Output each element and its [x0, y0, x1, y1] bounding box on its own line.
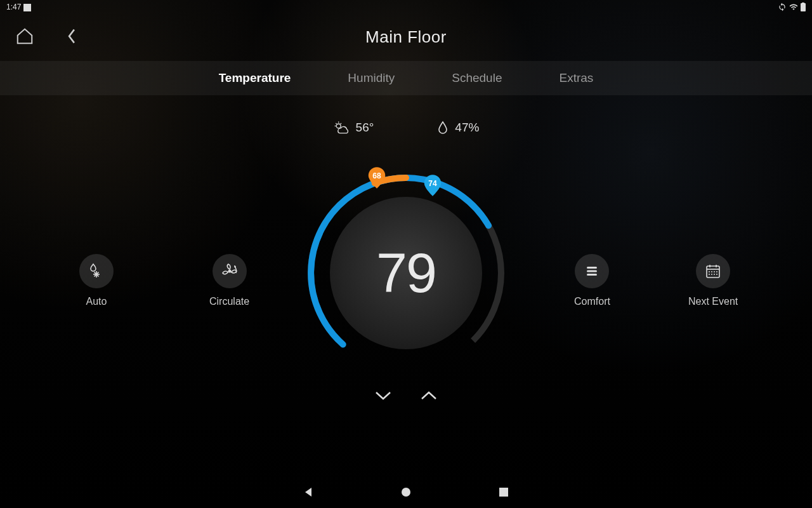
- fan-circulate-icon: [221, 262, 239, 280]
- status-app-icon: [23, 4, 31, 11]
- wifi-icon: [789, 3, 798, 11]
- temp-up-button[interactable]: [418, 385, 440, 406]
- thermostat-dial[interactable]: 79 68 74: [292, 159, 520, 387]
- home-icon: [15, 27, 34, 46]
- android-status-bar: 1:47: [0, 0, 812, 14]
- tab-temperature[interactable]: Temperature: [219, 71, 291, 85]
- next-event-button[interactable]: Next Event: [688, 254, 738, 307]
- android-nav-bar: [0, 476, 812, 508]
- home-button[interactable]: [11, 23, 38, 50]
- svg-point-2: [336, 124, 341, 128]
- circle-home-icon: [400, 486, 412, 498]
- current-temp: 79: [376, 241, 436, 305]
- partly-cloudy-icon: [333, 121, 350, 135]
- mode-button[interactable]: Auto: [79, 254, 114, 307]
- droplet-icon: [437, 121, 449, 135]
- page-title: Main Floor: [365, 27, 447, 47]
- next-event-label: Next Event: [688, 296, 738, 307]
- tab-schedule[interactable]: Schedule: [452, 71, 502, 85]
- fan-label: Circulate: [209, 296, 249, 307]
- tab-humidity[interactable]: Humidity: [348, 71, 395, 85]
- dial-center: 79: [330, 197, 482, 349]
- calendar-icon: [705, 263, 721, 279]
- fan-button[interactable]: Circulate: [209, 254, 249, 307]
- mode-label: Auto: [86, 296, 107, 307]
- outdoor-temp-value: 56°: [356, 121, 374, 135]
- triangle-back-icon: [302, 486, 315, 498]
- svg-rect-15: [587, 274, 597, 276]
- nav-back-button[interactable]: [301, 485, 316, 500]
- clock: 1:47: [6, 3, 31, 11]
- svg-line-6: [340, 123, 341, 124]
- square-recent-icon: [498, 486, 509, 498]
- temp-adjust-arrows: [372, 385, 440, 406]
- comfort-label: Comfort: [574, 296, 610, 307]
- svg-rect-13: [587, 267, 597, 269]
- battery-icon: [801, 3, 806, 11]
- outdoor-humidity: 47%: [437, 121, 479, 135]
- back-button[interactable]: [58, 23, 85, 50]
- nav-home-button[interactable]: [398, 485, 414, 500]
- comfort-button[interactable]: Comfort: [574, 254, 610, 307]
- humidity-value: 47%: [455, 121, 479, 135]
- svg-point-28: [402, 488, 410, 497]
- weather-row: 56° 47%: [0, 121, 812, 135]
- svg-rect-29: [499, 488, 508, 497]
- outdoor-temp: 56°: [333, 121, 374, 135]
- temp-down-button[interactable]: [372, 385, 394, 406]
- svg-line-5: [336, 123, 336, 124]
- sync-icon: [778, 3, 787, 11]
- tab-extras[interactable]: Extras: [559, 71, 593, 85]
- svg-rect-14: [587, 271, 597, 272]
- chevron-up-icon: [420, 390, 438, 401]
- svg-rect-1: [802, 3, 804, 4]
- svg-rect-0: [801, 3, 806, 11]
- nav-recent-button[interactable]: [496, 485, 511, 500]
- list-icon: [584, 264, 599, 279]
- tab-bar: Temperature Humidity Schedule Extras: [0, 61, 812, 95]
- status-icons: [778, 3, 806, 11]
- heat-cool-auto-icon: [87, 262, 106, 281]
- chevron-down-icon: [374, 390, 392, 401]
- chevron-left-icon: [66, 28, 77, 44]
- header: Main Floor: [0, 19, 812, 55]
